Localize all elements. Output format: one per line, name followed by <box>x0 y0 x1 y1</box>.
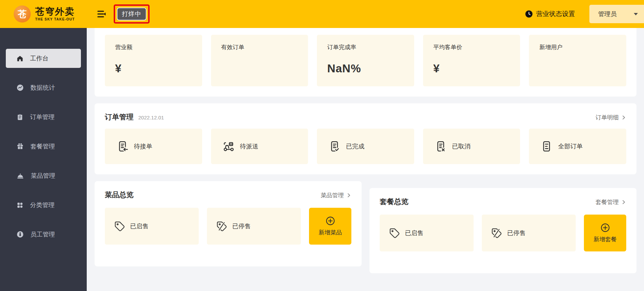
menu-fold-icon[interactable] <box>97 9 107 19</box>
order-management-card: 订单管理 2022.12.01 订单明细 待接单 待派送 已完成 已取消 <box>95 103 636 174</box>
plus-circle-icon <box>325 216 335 226</box>
dish-management-link[interactable]: 菜品管理 <box>321 191 351 199</box>
app-title: 苍穹外卖 <box>35 7 75 17</box>
stat-tile-avg-price: 平均客单价 ¥ <box>423 35 520 86</box>
clipboard-icon <box>16 114 24 121</box>
combo-card-title: 套餐总览 <box>380 197 408 206</box>
gift-icon <box>16 143 24 150</box>
stat-tile-new-users: 新增用户 <box>529 35 626 86</box>
cloche-icon <box>16 172 24 180</box>
tile-dish-on-sale[interactable]: 已启售 <box>105 208 199 245</box>
order-card-date: 2022.12.01 <box>138 115 164 120</box>
stat-value: ¥ <box>115 62 192 75</box>
doc-lines-icon <box>541 140 553 152</box>
tile-awaiting-delivery[interactable]: 待派送 <box>211 129 308 164</box>
doc-arrow-icon <box>116 140 129 152</box>
sidebar-item-categories[interactable]: 分类管理 <box>6 195 81 215</box>
doc-check-icon <box>328 140 341 152</box>
sidebar-item-combos[interactable]: 套餐管理 <box>6 137 81 156</box>
user-menu-dropdown[interactable]: 管理员 <box>589 5 644 23</box>
tag-off-icon <box>216 221 227 232</box>
stat-tile-revenue: 营业额 ¥ <box>105 35 202 86</box>
home-icon <box>16 55 24 62</box>
top-bar: 苍 苍穹外卖 THE SKY TAKE-OUT 打烊中 营业状态设置 管理员 <box>0 0 644 28</box>
stat-value: ¥ <box>433 62 510 75</box>
stat-tile-valid-orders: 有效订单 <box>211 35 308 86</box>
staff-tie-icon <box>16 231 24 238</box>
main-content: 今日数据 2022.12.01 详细数据 营业额 ¥ 有效订单 订单完成率 Na… <box>87 0 644 273</box>
tag-off-icon <box>491 228 502 238</box>
sidebar-item-staff[interactable]: 员工管理 <box>6 225 81 244</box>
dish-overview-card: 菜品总览 菜品管理 已启售 已停售 新增菜品 <box>95 181 362 266</box>
app-subtitle: THE SKY TAKE-OUT <box>35 17 75 21</box>
business-status-label: 营业状态设置 <box>536 10 575 18</box>
business-status-button[interactable]: 营业状态设置 <box>525 10 575 18</box>
grid-icon <box>16 202 24 209</box>
combo-overview-card: 套餐总览 套餐管理 已启售 已停售 新增套餐 <box>369 188 636 273</box>
sidebar-item-orders[interactable]: 订单管理 <box>6 107 81 127</box>
tile-cancelled-orders[interactable]: 已取消 <box>423 129 520 164</box>
annotation-highlight-box: 打烊中 <box>114 4 150 24</box>
chevron-right-icon <box>621 200 626 205</box>
scooter-icon <box>223 140 235 152</box>
order-card-title: 订单管理 <box>105 112 134 122</box>
user-menu-label: 管理员 <box>598 10 617 18</box>
add-dish-button[interactable]: 新增菜品 <box>309 208 351 245</box>
stat-tile-completion-rate: 订单完成率 NaN% <box>317 35 414 86</box>
sidebar-item-dishes[interactable]: 菜品管理 <box>6 166 81 185</box>
chevron-right-icon <box>346 193 351 198</box>
combo-management-link[interactable]: 套餐管理 <box>596 198 626 206</box>
tile-combo-on-sale[interactable]: 已启售 <box>380 215 474 251</box>
sidebar: 工作台 数据统计 订单管理 套餐管理 菜品管理 分类管理 员工管理 <box>0 28 87 291</box>
tag-icon <box>114 221 125 232</box>
clock-icon <box>525 10 533 18</box>
plus-circle-icon <box>600 223 610 233</box>
order-detail-link[interactable]: 订单明细 <box>596 114 626 121</box>
chevron-right-icon <box>621 115 626 120</box>
tag-icon <box>389 228 400 238</box>
dish-card-title: 菜品总览 <box>105 190 134 200</box>
doc-x-icon <box>435 140 447 152</box>
chart-icon <box>16 84 24 91</box>
status-badge: 打烊中 <box>117 8 146 20</box>
tile-all-orders[interactable]: 全部订单 <box>529 129 626 164</box>
tile-combo-off-sale[interactable]: 已停售 <box>482 215 576 251</box>
tile-pending-orders[interactable]: 待接单 <box>105 129 202 164</box>
sidebar-item-statistics[interactable]: 数据统计 <box>6 78 81 97</box>
tile-completed-orders[interactable]: 已完成 <box>317 129 414 164</box>
app-logo: 苍 苍穹外卖 THE SKY TAKE-OUT <box>14 5 75 23</box>
caret-down-icon <box>634 13 638 15</box>
add-combo-button[interactable]: 新增套餐 <box>584 215 626 251</box>
tile-dish-off-sale[interactable]: 已停售 <box>207 208 301 245</box>
sidebar-item-workbench[interactable]: 工作台 <box>6 49 81 68</box>
stat-value: NaN% <box>327 62 404 75</box>
logo-icon: 苍 <box>14 5 31 23</box>
